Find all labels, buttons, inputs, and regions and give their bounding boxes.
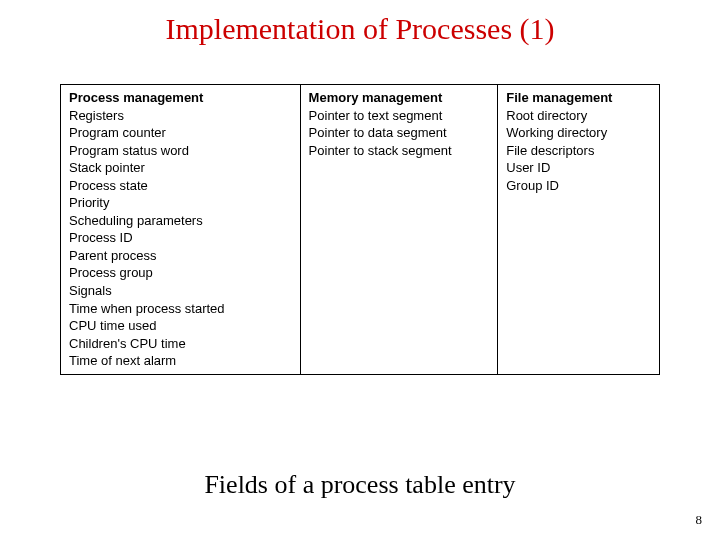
col3-row: Group ID <box>506 177 651 195</box>
col1-row: Time of next alarm <box>69 352 292 370</box>
col-memory-management: Memory management Pointer to text segmen… <box>300 85 498 375</box>
col1-row: Signals <box>69 282 292 300</box>
col1-row: Program status word <box>69 142 292 160</box>
col3-row: User ID <box>506 159 651 177</box>
col3-row: Root directory <box>506 107 651 125</box>
col1-row: Time when process started <box>69 300 292 318</box>
col1-row: Process ID <box>69 229 292 247</box>
col2-header: Memory management <box>309 89 490 107</box>
col1-row: Stack pointer <box>69 159 292 177</box>
col-process-management: Process management Registers Program cou… <box>61 85 301 375</box>
col1-row: Registers <box>69 107 292 125</box>
col1-row: Process group <box>69 264 292 282</box>
col2-row: Pointer to data segment <box>309 124 490 142</box>
slide-caption: Fields of a process table entry <box>0 470 720 500</box>
slide-title: Implementation of Processes (1) <box>0 0 720 46</box>
col1-row: Program counter <box>69 124 292 142</box>
process-table-container: Process management Registers Program cou… <box>60 84 660 375</box>
page-number: 8 <box>696 512 703 528</box>
col1-row: Process state <box>69 177 292 195</box>
col1-row: Children's CPU time <box>69 335 292 353</box>
col3-header: File management <box>506 89 651 107</box>
col-file-management: File management Root directory Working d… <box>498 85 660 375</box>
process-table: Process management Registers Program cou… <box>60 84 660 375</box>
col1-row: CPU time used <box>69 317 292 335</box>
col1-header: Process management <box>69 89 292 107</box>
col2-row: Pointer to stack segment <box>309 142 490 160</box>
col3-row: Working directory <box>506 124 651 142</box>
col1-row: Parent process <box>69 247 292 265</box>
col3-row: File descriptors <box>506 142 651 160</box>
col1-row: Priority <box>69 194 292 212</box>
col1-row: Scheduling parameters <box>69 212 292 230</box>
col2-row: Pointer to text segment <box>309 107 490 125</box>
